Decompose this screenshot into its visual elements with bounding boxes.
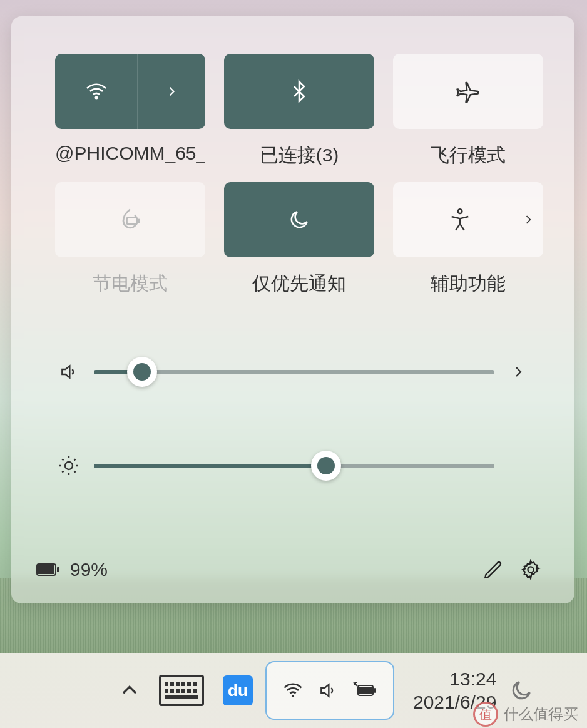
- bluetooth-icon: [287, 79, 311, 103]
- gear-icon: [520, 559, 541, 580]
- focus-assist-tile-label: 仅优先通知: [224, 271, 374, 297]
- volume-icon: [55, 362, 83, 382]
- touch-keyboard-button[interactable]: [159, 675, 204, 706]
- svg-point-8: [528, 567, 533, 572]
- settings-button[interactable]: [512, 551, 549, 588]
- focus-assist-tile[interactable]: [224, 182, 374, 257]
- volume-slider-thumb[interactable]: [127, 357, 157, 387]
- tray-wifi-icon[interactable]: [282, 679, 304, 702]
- airplane-mode-tile-label: 飞行模式: [393, 143, 543, 168]
- airplane-icon: [455, 78, 481, 105]
- wifi-tile[interactable]: [55, 54, 205, 129]
- ime-button[interactable]: du: [223, 675, 253, 705]
- accessibility-tile[interactable]: [393, 182, 543, 257]
- tray-battery-icon[interactable]: [352, 682, 378, 699]
- battery-saver-icon: [116, 206, 144, 233]
- focus-assist-tray-icon[interactable]: [509, 678, 534, 703]
- bluetooth-tile-label: 已连接(3): [224, 143, 374, 168]
- svg-rect-1: [127, 217, 138, 224]
- wifi-expand-button[interactable]: [138, 54, 205, 129]
- quick-settings-grid: @PHICOMM_65_5 已连接(3) 飞: [11, 16, 574, 315]
- watermark-badge: 值: [473, 702, 498, 727]
- quick-settings-panel: @PHICOMM_65_5 已连接(3) 飞: [11, 16, 574, 603]
- keyboard-icon: [159, 675, 204, 706]
- wifi-icon: [84, 79, 109, 104]
- brightness-slider[interactable]: [94, 463, 494, 469]
- wifi-toggle-button[interactable]: [55, 54, 138, 129]
- system-tray-group[interactable]: [265, 661, 394, 720]
- battery-status[interactable]: 99%: [36, 559, 108, 580]
- chevron-right-icon: [165, 85, 178, 98]
- brightness-icon: [55, 454, 83, 477]
- battery-icon: [36, 562, 60, 577]
- svg-rect-6: [38, 565, 54, 574]
- svg-point-9: [292, 695, 294, 697]
- sliders-section: [11, 315, 574, 535]
- svg-point-3: [458, 209, 462, 213]
- svg-point-4: [65, 462, 73, 469]
- accessibility-icon: [447, 207, 472, 232]
- accessibility-tile-label: 辅助功能: [393, 271, 543, 297]
- svg-rect-7: [57, 567, 59, 572]
- tray-volume-icon[interactable]: [318, 680, 338, 700]
- wifi-tile-label: @PHICOMM_65_5: [55, 143, 205, 164]
- battery-saver-tile-label: 节电模式: [55, 271, 205, 297]
- brightness-slider-thumb[interactable]: [311, 451, 341, 481]
- watermark-text: 什么值得买: [503, 704, 578, 724]
- pencil-icon: [482, 559, 504, 580]
- volume-slider-row: [55, 353, 531, 391]
- svg-rect-11: [359, 687, 372, 694]
- du-ime-icon: du: [223, 675, 253, 705]
- moon-icon: [287, 208, 311, 232]
- chevron-right-icon: [522, 213, 534, 226]
- taskbar-time: 13:24: [413, 667, 496, 691]
- svg-rect-2: [137, 220, 139, 222]
- airplane-mode-tile[interactable]: [393, 54, 543, 129]
- volume-slider[interactable]: [94, 369, 494, 375]
- tray-overflow-button[interactable]: [119, 680, 140, 701]
- volume-output-button[interactable]: [506, 364, 531, 379]
- bluetooth-tile[interactable]: [224, 54, 374, 129]
- watermark: 值 什么值得买: [473, 702, 578, 727]
- brightness-slider-row: [55, 447, 531, 484]
- svg-point-0: [94, 96, 98, 100]
- battery-saver-tile: [55, 182, 205, 257]
- edit-quick-settings-button[interactable]: [474, 551, 512, 588]
- svg-rect-12: [374, 688, 376, 693]
- battery-percent-text: 99%: [70, 559, 108, 580]
- panel-footer: 99%: [11, 535, 574, 603]
